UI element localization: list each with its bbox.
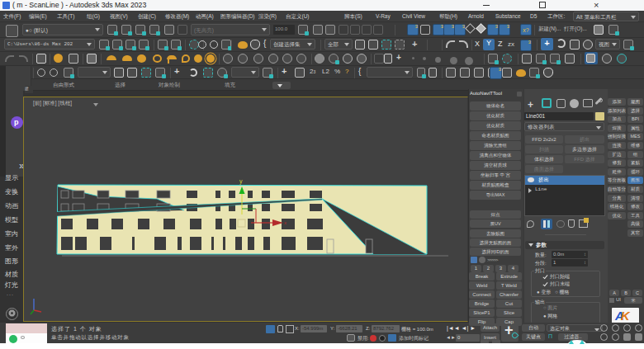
- svg-text:y: y: [239, 178, 243, 185]
- svg-text:x: x: [284, 220, 286, 225]
